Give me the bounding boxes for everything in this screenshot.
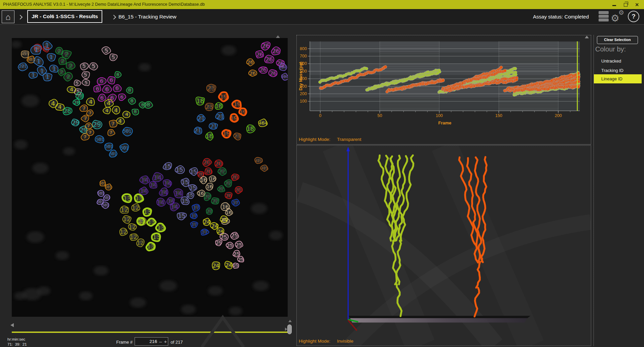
cell-outline[interactable]: 14 [140,176,150,184]
cell-outline[interactable]: 4 [123,111,130,118]
cell-outline[interactable]: 22 [224,180,232,187]
cell-outline[interactable]: 21 [194,127,202,134]
cell-outline[interactable]: 8 [126,87,133,93]
cell-outline[interactable]: 1 [43,73,52,81]
cell-outline[interactable]: 7 [81,133,89,140]
cell-outline[interactable]: 25 [238,256,244,262]
cell-outline[interactable]: 24 [220,216,227,223]
cell-outline[interactable]: 25 [226,242,234,248]
cell-outline[interactable]: 26 [256,51,263,58]
cell-outline[interactable]: 19 [230,114,238,122]
cell-outline[interactable]: 1 [29,72,38,78]
cell-outline[interactable]: 23 [234,133,241,140]
cell-outline[interactable]: 20 [235,187,243,194]
cell-outline[interactable]: 13 [143,208,151,216]
cell-outline[interactable]: 26 [259,67,267,74]
cell-outline[interactable]: 12 [137,239,144,247]
cell-outline[interactable]: 21 [216,112,224,120]
cell-outline[interactable]: 26 [261,42,270,50]
breadcrumb-results[interactable]: JR - Col6 1-SSCS - Results [27,10,102,23]
cell-outline[interactable]: 20 [231,174,239,181]
cell-outline[interactable]: 16 [209,176,216,182]
cell-outline[interactable]: 12 [120,228,128,235]
cell-outline[interactable]: 501 [95,136,104,143]
cell-outline[interactable]: 22 [211,198,219,204]
dry-mass-vs-frame-chart[interactable]: 100200300400500600700800050100150200Fram… [297,35,591,144]
cell-outline[interactable]: 20 [215,160,223,167]
cell-outline[interactable]: 17 [190,222,198,228]
cell-outline[interactable]: 12 [128,224,137,230]
cell-outline[interactable]: 24 [225,261,232,269]
cell-outline[interactable]: 22 [204,193,211,201]
cell-outline[interactable]: 28 [73,99,80,106]
cell-outline[interactable]: 17 [201,229,209,235]
cell-outline[interactable]: 423 [255,157,262,163]
cell-outline[interactable]: 16 [200,177,207,184]
cell-outline[interactable]: 25 [233,250,240,257]
highlight-mode-value[interactable]: Transparent [337,137,361,142]
colour-option-lineage-id[interactable]: Lineage ID [594,74,642,83]
settings-gears-icon[interactable]: ⚙⚙ [611,9,627,25]
cell-outline[interactable]: 14 [152,172,163,182]
cell-outline[interactable]: 15 [175,165,184,174]
cell-outline[interactable]: 13 [156,224,165,232]
cell-outline[interactable]: 4 [86,98,95,105]
cell-outline[interactable]: 22 [218,167,226,175]
cell-outline[interactable]: 21 [209,123,218,129]
cell-outline[interactable]: 23 [205,103,213,111]
cell-outline[interactable]: 6 [107,77,115,84]
cell-outline[interactable]: 26 [269,70,277,77]
cell-outline[interactable]: 13 [137,218,145,225]
cell-outline[interactable]: 12 [120,206,129,214]
cell-outline[interactable]: 20 [205,168,212,175]
frame-number-input[interactable] [135,339,158,344]
cell-outline[interactable]: 4 [67,86,76,93]
cell-outline[interactable]: 501 [98,190,104,197]
frame-increment-button[interactable]: + [163,338,168,345]
cell-outline[interactable]: 19 [222,130,230,138]
help-button[interactable]: ? [628,11,639,22]
cell-outline[interactable]: 17 [190,213,197,219]
cell-outline[interactable]: 2 [59,57,66,65]
cell-outline[interactable]: 16 [225,208,233,216]
cell-outline[interactable]: 17 [232,199,240,206]
cell-outline[interactable]: 14 [139,187,148,195]
cell-outline[interactable]: 22 [206,208,213,214]
cell-outline[interactable]: 16 [206,183,213,190]
cell-outline[interactable]: 19 [239,108,246,115]
cell-outline[interactable]: 12 [122,216,131,224]
cell-outline[interactable]: 18 [206,132,213,141]
home-button[interactable]: ⌂ [2,10,14,23]
cell-outline[interactable]: 13 [147,219,156,226]
cell-outline[interactable]: 25 [233,263,239,268]
cell-outline[interactable]: 501 [122,127,132,136]
cell-outline[interactable]: 26 [271,47,280,55]
cell-outline[interactable]: 20 [203,158,212,166]
cell-outline[interactable]: 13 [122,194,132,202]
cell-outline[interactable]: 19 [232,101,241,109]
window-restore-button[interactable] [623,2,628,7]
lineage-tree-3d-view[interactable] [297,146,591,346]
cell-outline[interactable]: 221 [18,63,28,71]
cell-outline[interactable]: 15 [189,168,198,176]
cell-outline[interactable]: 25 [235,241,243,248]
cell-outline[interactable]: 6 [97,78,106,85]
cell-outline[interactable]: 18 [196,97,205,105]
title-bar[interactable]: PHASEFOCUS ANALYSE V3.0.1 - M:\Livecyte … [0,0,644,9]
cell-outline[interactable]: 25 [220,233,228,240]
cell-outline[interactable]: 25 [230,232,239,239]
cell-outline[interactable]: 26 [264,55,274,63]
cell-outline[interactable]: 29 [92,120,102,129]
window-minimize-button[interactable] [612,2,616,7]
cell-outline[interactable]: 19 [219,92,228,101]
cell-outline[interactable]: 18 [215,102,223,109]
cell-outline[interactable]: 20 [225,192,232,199]
cell-outline[interactable]: 1 [49,65,58,72]
chart-collapse-arrow-icon[interactable] [585,36,589,38]
cell-outline[interactable]: 14 [156,198,166,206]
colour-option-untracked[interactable]: Untracked [594,57,644,65]
scrollbar-right-icon[interactable] [285,327,287,331]
cell-outline[interactable]: 12 [132,204,140,211]
cell-outline[interactable]: 8 [132,109,139,115]
cell-outline[interactable]: 14 [167,197,175,205]
